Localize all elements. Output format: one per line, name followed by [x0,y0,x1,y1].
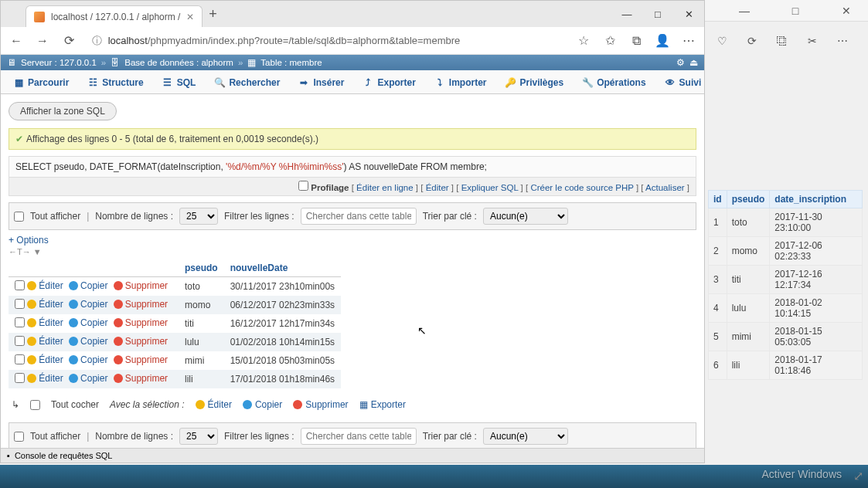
window-maximize[interactable]: □ [642,1,673,27]
tab-search[interactable]: 🔍Rechercher [206,72,288,93]
copy-icon [243,400,252,409]
row-delete[interactable]: Supprimer [114,354,168,365]
exit-icon[interactable]: ⏏ [689,57,698,68]
tab-privileges[interactable]: 🔑Privilèges [497,72,573,93]
row-delete[interactable]: Supprimer [114,373,168,384]
rows-select[interactable]: 25 [179,208,218,225]
profile-icon[interactable]: 👤 [653,32,672,50]
explain-sql-link[interactable]: Expliquer SQL [461,183,519,192]
tab-export[interactable]: ⤴Exporter [354,72,424,93]
minus-icon [114,355,123,364]
window-minimize[interactable]: — [611,1,642,27]
row-checkbox[interactable] [15,317,25,327]
filter-input-2[interactable] [301,428,417,445]
tab-tracking[interactable]: 👁Suivi [656,72,704,93]
star-icon[interactable]: ☆ [574,32,593,50]
crop-icon[interactable]: ⿻ [777,35,788,47]
heart-icon[interactable]: ♡ [717,35,727,47]
row-edit[interactable]: Éditer [27,336,63,347]
reload-button[interactable]: ⟳ [60,32,78,50]
show-sql-button[interactable]: Afficher la zone SQL [9,102,117,120]
row-delete[interactable]: Supprimer [114,280,168,291]
row-copy[interactable]: Copier [69,373,107,384]
outer-close[interactable]: ✕ [832,5,860,17]
minus-icon [114,337,123,346]
row-checkbox[interactable] [15,354,25,364]
breadcrumb-server[interactable]: Serveur : 127.0.0.1 [21,58,97,67]
batch-delete[interactable]: Supprimer [293,399,348,410]
cell-id: 3 [709,266,727,294]
batch-export[interactable]: ▦Exporter [359,399,406,410]
cell-date: 15/01/2018 05h03min05s [224,351,341,370]
filter-input[interactable] [301,208,417,225]
row-edit[interactable]: Éditer [27,280,63,291]
favorite-icon[interactable]: ✩ [601,32,619,50]
tab-import[interactable]: ⤵Importer [426,72,495,93]
row-checkbox[interactable] [15,299,25,309]
menu-icon[interactable]: ⋯ [679,32,698,50]
row-edit[interactable]: Éditer [27,299,63,310]
sort-select[interactable]: Aucun(e) [483,208,568,225]
window-close[interactable]: ✕ [673,1,704,27]
row-copy[interactable]: Copier [69,317,107,328]
col-date-inscription[interactable]: date_inscription [770,191,863,208]
collections-icon[interactable]: ⧉ [627,32,645,50]
row-edit[interactable]: Éditer [27,373,63,384]
row-edit[interactable]: Éditer [27,317,63,328]
edit-link[interactable]: Éditer [426,183,449,192]
edit-inline-link[interactable]: Éditer en ligne [356,183,414,192]
check-all-checkbox[interactable] [30,400,40,410]
col-pseudo[interactable]: pseudo [727,191,770,208]
profiling-checkbox[interactable] [298,181,308,191]
browser-tab[interactable]: localhost / 127.0.0.1 / alphorm / ✕ [26,5,203,27]
tab-operations[interactable]: 🔧Opérations [574,72,654,93]
refresh-link[interactable]: Actualiser [645,183,685,192]
row-delete[interactable]: Supprimer [114,336,168,347]
show-all-checkbox[interactable] [14,212,24,222]
more-icon[interactable]: ⋯ [837,35,848,47]
batch-edit[interactable]: Éditer [196,399,232,410]
breadcrumb-table[interactable]: Table : membre [260,58,322,67]
refresh-icon[interactable]: ⟳ [747,35,757,47]
row-checkbox[interactable] [15,280,25,290]
outer-maximize[interactable]: □ [781,5,809,17]
sort-arrows-icon[interactable]: ←T→ ▼ [9,247,696,256]
settings-icon[interactable]: ⚙ [676,57,685,68]
col-pseudo[interactable]: pseudo [179,259,224,277]
row-delete[interactable]: Supprimer [114,317,168,328]
col-nouvelledate[interactable]: nouvelleDate [224,259,341,277]
new-tab-button[interactable]: + [203,4,223,24]
rows-select-2[interactable]: 25 [179,428,218,445]
console-bar[interactable]: ▪ Console de requêtes SQL [1,448,704,463]
breadcrumb-sep2: » [238,58,243,67]
row-checkbox[interactable] [15,373,25,383]
row-delete[interactable]: Supprimer [114,299,168,310]
filter-label: Filtrer les lignes : [224,211,294,222]
batch-copy[interactable]: Copier [243,399,282,410]
tab-sql[interactable]: ☰SQL [154,72,205,93]
tab-close-icon[interactable]: ✕ [186,12,194,22]
scissors-icon[interactable]: ✂ [808,35,817,47]
show-all-checkbox-2[interactable] [14,432,24,442]
back-button[interactable]: ← [7,32,26,50]
cell-date: 2017-11-30 23:10:00 [770,208,863,237]
info-icon[interactable]: ⓘ [92,35,102,46]
col-id[interactable]: id [709,191,727,208]
row-copy[interactable]: Copier [69,299,107,310]
resize-icon[interactable]: ⤢ [853,469,863,483]
tab-browse[interactable]: ▦Parcourir [5,72,77,93]
tab-structure[interactable]: ☷Structure [79,72,151,93]
options-link[interactable]: + Options [9,235,696,246]
row-copy[interactable]: Copier [69,336,107,347]
url-field[interactable]: ⓘ localhost/phpmyadmin/index.php?route=/… [86,34,567,48]
forward-button[interactable]: → [33,32,52,50]
row-checkbox[interactable] [15,336,25,346]
row-copy[interactable]: Copier [69,280,107,291]
sort-select-2[interactable]: Aucun(e) [483,428,568,445]
create-php-link[interactable]: Créer le code source PHP [530,183,633,192]
outer-minimize[interactable]: — [730,5,758,17]
row-edit[interactable]: Éditer [27,354,63,365]
tab-insert[interactable]: ➟Insérer [290,72,352,93]
row-copy[interactable]: Copier [69,354,107,365]
breadcrumb-database[interactable]: Base de données : alphorm [124,58,233,67]
